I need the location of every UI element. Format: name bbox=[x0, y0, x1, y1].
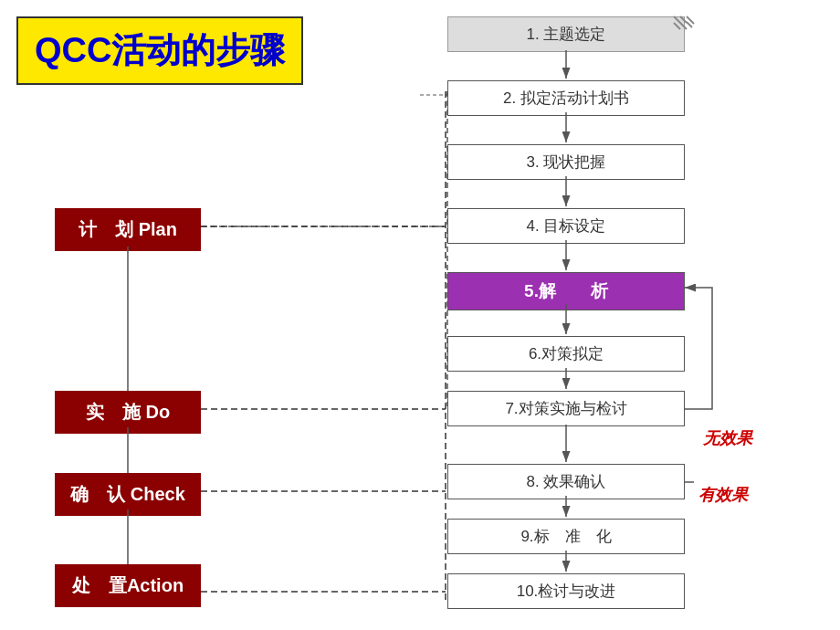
step-8-label: 8. 效果确认 bbox=[527, 473, 606, 490]
do-label: 实 施 Do bbox=[86, 402, 170, 422]
svg-line-27 bbox=[687, 16, 694, 24]
step-1-label: 1. 主题选定 bbox=[527, 26, 606, 43]
step-9: 9.标 准 化 bbox=[447, 519, 685, 554]
step-3: 3. 现状把握 bbox=[447, 144, 685, 180]
step-6-label: 6.对策拟定 bbox=[529, 345, 604, 362]
step-8: 8. 效果确认 bbox=[447, 464, 685, 499]
flow-diagram-arrows bbox=[0, 0, 840, 630]
step-4: 4. 目标设定 bbox=[447, 208, 685, 244]
step-3-label: 3. 现状把握 bbox=[527, 153, 606, 171]
step-10: 10.检讨与改进 bbox=[447, 573, 685, 609]
has-effect-label: 有效果 bbox=[698, 484, 748, 506]
step-2-label: 2. 拟定活动计划书 bbox=[503, 89, 629, 107]
step-9-label: 9.标 准 化 bbox=[520, 528, 611, 545]
title-box: QCC活动的步骤 bbox=[16, 16, 303, 85]
svg-line-28 bbox=[687, 22, 692, 27]
step-5: 5.解 析 bbox=[447, 272, 685, 310]
plan-box: 计 划 Plan bbox=[55, 208, 201, 251]
step-5-label: 5.解 析 bbox=[524, 281, 608, 300]
do-box: 实 施 Do bbox=[55, 391, 201, 434]
step-4-label: 4. 目标设定 bbox=[527, 217, 606, 235]
no-effect-label: 无效果 bbox=[703, 427, 752, 449]
check-label: 确 认 Check bbox=[70, 484, 185, 504]
page-title: QCC活动的步骤 bbox=[35, 31, 285, 69]
plan-label: 计 划 Plan bbox=[79, 219, 177, 239]
step-7: 7.对策实施与检讨 bbox=[447, 391, 685, 426]
step-2: 2. 拟定活动计划书 bbox=[447, 80, 685, 116]
step-1: 1. 主题选定 bbox=[447, 16, 685, 52]
check-box: 确 认 Check bbox=[55, 473, 201, 516]
action-box: 处 置Action bbox=[55, 564, 201, 607]
step-6: 6.对策拟定 bbox=[447, 336, 685, 372]
action-label: 处 置Action bbox=[72, 575, 184, 595]
step-10-label: 10.检讨与改进 bbox=[517, 583, 616, 600]
step-7-label: 7.对策实施与检讨 bbox=[505, 400, 626, 417]
